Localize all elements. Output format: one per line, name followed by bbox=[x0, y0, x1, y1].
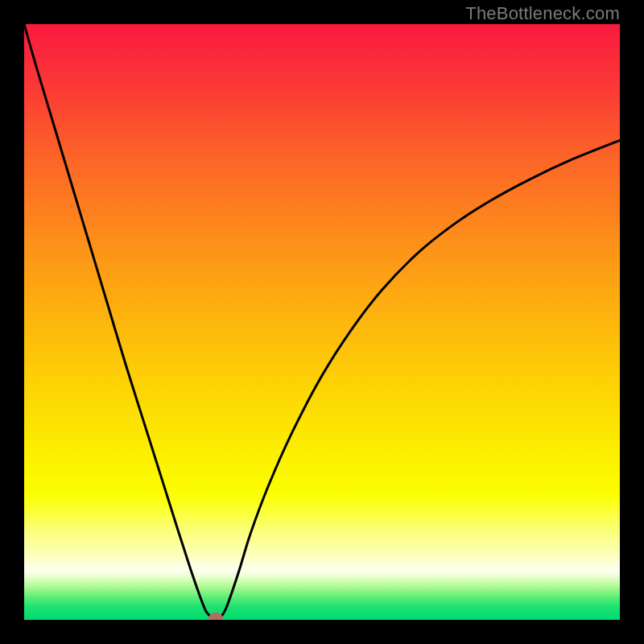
plot-area bbox=[24, 24, 620, 620]
chart-frame: TheBottleneck.com bbox=[0, 0, 644, 644]
watermark-text: TheBottleneck.com bbox=[465, 3, 620, 24]
optimal-point-marker bbox=[208, 613, 223, 620]
bottleneck-curve bbox=[24, 24, 620, 620]
